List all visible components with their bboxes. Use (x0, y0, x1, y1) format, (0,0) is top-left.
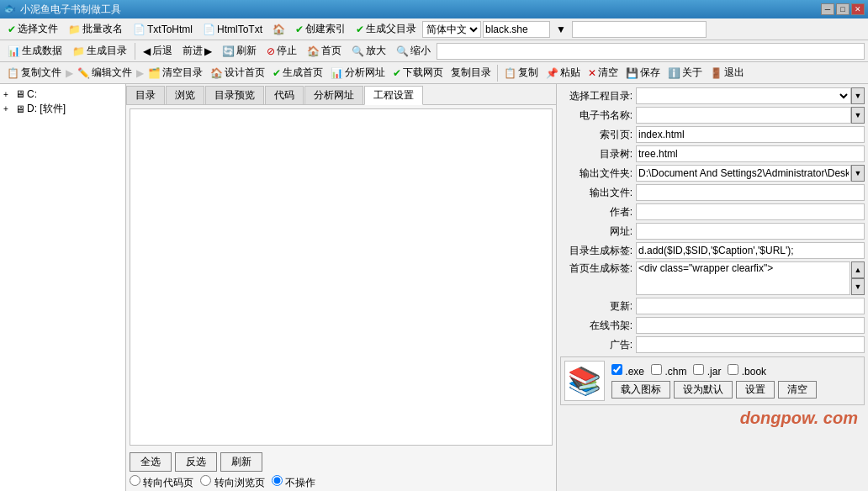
lang-dropdown[interactable]: 简体中文 (422, 21, 481, 38)
output-dir-button[interactable]: ▼ (851, 165, 865, 182)
zoom-in-button[interactable]: 🔍 放大 (347, 42, 390, 60)
zoom-in-icon: 🔍 (352, 45, 364, 57)
home-tag-down-button[interactable]: ▼ (851, 278, 865, 295)
sep1 (135, 43, 135, 60)
analyze-site-button[interactable]: 📊 分析网址 (327, 64, 389, 82)
stop-button[interactable]: ⊘ 停止 (262, 42, 301, 60)
website-input[interactable] (636, 223, 865, 240)
exe-checkbox-label[interactable]: .exe (611, 364, 644, 377)
gen-home-button[interactable]: ✔ 生成首页 (269, 64, 326, 82)
close-button[interactable]: ✕ (851, 3, 865, 15)
radio-code[interactable] (130, 475, 140, 486)
load-icon-button[interactable]: 载入图标 (611, 381, 670, 399)
tab-toc-preview[interactable]: 目录预览 (205, 86, 264, 104)
ad-row: 广告: (560, 336, 865, 353)
project-dir-select[interactable] (636, 87, 851, 104)
forward-icon: ▶ (204, 45, 212, 57)
home-button[interactable]: 🏠 (268, 22, 289, 37)
filename-input[interactable] (483, 21, 550, 38)
exe-checkbox[interactable] (611, 364, 622, 375)
url-input[interactable] (437, 43, 865, 60)
gen-dir-button[interactable]: 📁 生成目录 (68, 42, 131, 60)
filename-browse-button[interactable]: ▼ (552, 22, 570, 37)
tree-item-d[interactable]: + 🖥 D: [软件] (3, 101, 122, 117)
format-checkboxes: .exe .chm .jar .book (611, 364, 817, 377)
batch-rename-button[interactable]: 📁 批量改名 (64, 20, 127, 38)
edit-file-button[interactable]: ✏️ 编辑文件 (74, 64, 135, 82)
zoom-out-button[interactable]: 🔍 缩小 (392, 42, 435, 60)
toc-tag-input[interactable] (636, 242, 865, 259)
center-refresh-button[interactable]: 刷新 (220, 452, 262, 472)
ebook-name-button[interactable]: ▼ (851, 107, 865, 124)
copy-button[interactable]: 📋 复制 (500, 64, 542, 82)
content-area (130, 108, 553, 446)
design-home-button[interactable]: 🏠 设计首页 (207, 64, 268, 82)
create-index-button[interactable]: ✔ 创建索引 (291, 20, 350, 38)
forward-button[interactable]: 前进 ▶ (178, 42, 216, 60)
chm-checkbox[interactable] (651, 364, 662, 375)
ad-input[interactable] (636, 336, 865, 353)
clear-button[interactable]: ✕ 清空 (585, 64, 622, 82)
toc-tag-row: 目录生成标签: (560, 242, 865, 259)
invert-button[interactable]: 反选 (175, 452, 217, 472)
update-input[interactable] (636, 298, 865, 314)
online-shelf-input[interactable] (636, 317, 865, 334)
file-tree-panel: + 🖥 C: + 🖥 D: [软件] (0, 84, 126, 491)
author-input[interactable] (636, 203, 865, 220)
home-tag-textarea[interactable]: <div class="wrapper clearfix"> (636, 261, 850, 295)
stop-icon: ⊘ (267, 45, 275, 57)
clear-dir-button[interactable]: 🗂️ 清空目录 (145, 64, 206, 82)
path-input[interactable] (572, 21, 707, 38)
book-checkbox[interactable] (728, 364, 738, 375)
chm-checkbox-label[interactable]: .chm (651, 364, 686, 377)
home-tag-up-button[interactable]: ▲ (851, 261, 865, 278)
center-bottom: 全选 反选 刷新 转向代码页 转向浏览页 不操作 (126, 449, 556, 491)
paste-button[interactable]: 📌 粘贴 (542, 64, 584, 82)
radio-none-label[interactable]: 不操作 (272, 475, 315, 490)
output-file-input[interactable] (636, 184, 865, 201)
jar-checkbox[interactable] (693, 364, 704, 375)
radio-none[interactable] (272, 475, 283, 486)
tab-code[interactable]: 代码 (265, 86, 304, 104)
jar-checkbox-label[interactable]: .jar (693, 364, 721, 377)
index-input[interactable] (636, 126, 865, 143)
download-page-button[interactable]: ✔ 下载网页 (389, 64, 447, 82)
back-button[interactable]: ◀ 后退 (139, 42, 177, 60)
html-to-txt-button[interactable]: 📄 HtmlToTxt (198, 22, 267, 37)
gen-data-icon: 📊 (8, 45, 20, 57)
gen-toc-button[interactable]: ✔ 生成父目录 (352, 20, 421, 38)
radio-code-label[interactable]: 转向代码页 (130, 475, 193, 490)
copy-dir-button[interactable]: 复制目录 (447, 64, 495, 82)
radio-browser-label[interactable]: 转向浏览页 (200, 475, 264, 490)
gen-data-button[interactable]: 📊 生成数据 (3, 42, 66, 60)
select-all-button[interactable]: 全选 (130, 452, 172, 472)
ebook-name-input[interactable] (636, 107, 851, 124)
homepage-button[interactable]: 🏠 首页 (303, 42, 346, 60)
save-button[interactable]: 💾 保存 (622, 64, 664, 82)
tab-analyze[interactable]: 分析网址 (304, 86, 363, 104)
set-default-button[interactable]: 设为默认 (674, 381, 733, 399)
clear-icon-button[interactable]: 清空 (778, 381, 817, 399)
lang-select[interactable]: 简体中文 (423, 22, 480, 37)
tree-item-c[interactable]: + 🖥 C: (3, 87, 122, 101)
about-button[interactable]: ℹ️ 关于 (664, 64, 706, 82)
tab-browse[interactable]: 浏览 (166, 86, 204, 104)
radio-browser[interactable] (200, 475, 211, 486)
tab-project-settings[interactable]: 工程设置 (364, 86, 423, 105)
maximize-button[interactable]: □ (836, 3, 849, 15)
select-file-button[interactable]: ✔ 选择文件 (3, 20, 62, 38)
refresh-button[interactable]: 🔄 刷新 (218, 42, 261, 60)
tab-toc[interactable]: 目录 (126, 86, 165, 104)
txt-to-html-button[interactable]: 📄 TxtToHtml (129, 22, 197, 37)
settings-button[interactable]: 设置 (736, 381, 775, 399)
book-checkbox-label[interactable]: .book (728, 364, 766, 377)
title-bar: 🐟 小泥鱼电子书制做工具 ─ □ ✕ (0, 0, 868, 18)
copy-file-button[interactable]: 📋 复制文件 (3, 64, 65, 82)
project-dir-button[interactable]: ▼ (851, 87, 865, 104)
zoom-out-icon: 🔍 (396, 45, 409, 57)
toc-input[interactable] (636, 145, 865, 162)
book-icon: 📚 (568, 365, 601, 397)
output-dir-input[interactable] (636, 165, 851, 182)
exit-button[interactable]: 🚪 退出 (707, 64, 748, 82)
minimize-button[interactable]: ─ (821, 3, 834, 15)
